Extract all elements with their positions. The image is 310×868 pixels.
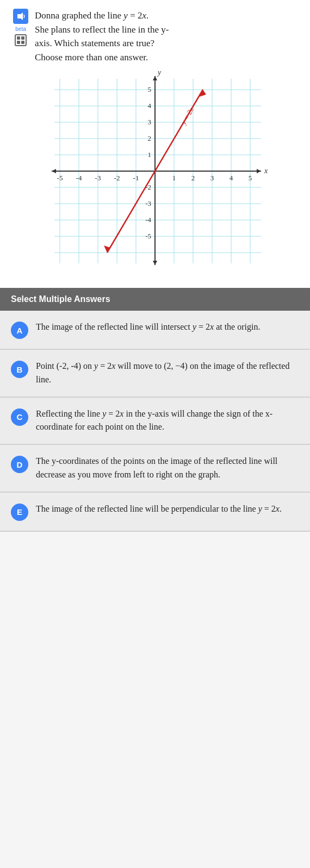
answer-item-b[interactable]: B Point (-2, -4) on y = 2x will move to … <box>0 350 310 398</box>
svg-text:y: y <box>157 71 162 77</box>
svg-text:-1: -1 <box>133 174 139 182</box>
svg-text:x: x <box>264 167 268 175</box>
svg-text:4: 4 <box>148 102 152 110</box>
answer-text-b: Point (-2, -4) on y = 2x will move to (2… <box>36 360 299 387</box>
answers-section: A The image of the reflected line will i… <box>0 311 310 532</box>
svg-text:4: 4 <box>230 174 233 182</box>
question-text: Donna graphed the line y = 2x. She plans… <box>35 9 299 64</box>
svg-text:-3: -3 <box>145 199 151 207</box>
answer-text-e: The image of the reflected line will be … <box>36 502 299 516</box>
svg-marker-25 <box>257 169 261 173</box>
svg-text:5: 5 <box>249 174 252 182</box>
answer-item-e[interactable]: E The image of the reflected line will b… <box>0 493 310 532</box>
svg-text:1: 1 <box>148 150 152 159</box>
coordinate-graph: x y -5 -4 -3 -2 -1 1 2 3 4 5 5 4 3 <box>38 71 272 272</box>
select-multiple-bar: Select Multiple Answers <box>0 288 310 311</box>
answer-item-a[interactable]: A The image of the reflected line will i… <box>0 311 310 350</box>
svg-marker-0 <box>17 12 23 20</box>
svg-text:3: 3 <box>148 118 152 126</box>
svg-text:-5: -5 <box>145 232 151 240</box>
svg-text:-3: -3 <box>95 174 101 182</box>
svg-text:3: 3 <box>210 174 214 182</box>
answer-item-c[interactable]: C Reflecting the line y = 2x in the y-ax… <box>0 398 310 445</box>
svg-text:-4: -4 <box>76 174 82 182</box>
svg-marker-26 <box>52 169 56 173</box>
svg-text:-2: -2 <box>114 174 120 182</box>
question-header: beta Donna graphed the line y = 2x. She … <box>11 9 299 64</box>
svg-text:-5: -5 <box>57 174 63 182</box>
svg-text:1: 1 <box>172 174 176 182</box>
answer-circle-a[interactable]: A <box>11 322 28 339</box>
svg-text:-4: -4 <box>145 216 151 224</box>
icons-column: beta <box>11 9 30 46</box>
svg-text:2: 2 <box>148 134 152 142</box>
select-bar-label: Select Multiple Answers <box>11 294 110 304</box>
graph-container: x y -5 -4 -3 -2 -1 1 2 3 4 5 5 4 3 <box>11 71 299 272</box>
answer-circle-b[interactable]: B <box>11 361 28 378</box>
svg-text:2: 2 <box>191 174 195 182</box>
answer-text-c: Reflecting the line y = 2x in the y-axis… <box>36 407 299 435</box>
answer-circle-c[interactable]: C <box>11 408 28 426</box>
answer-circle-d[interactable]: D <box>11 456 28 473</box>
grid-icon[interactable] <box>15 34 27 46</box>
svg-text:5: 5 <box>148 85 152 93</box>
beta-label: beta <box>15 26 26 32</box>
answer-circle-e[interactable]: E <box>11 504 28 521</box>
svg-marker-27 <box>153 76 157 80</box>
svg-marker-52 <box>104 246 110 253</box>
audio-icon[interactable] <box>13 9 28 24</box>
answer-item-d[interactable]: D The y-coordinates of the points on the… <box>0 445 310 493</box>
answer-text-d: The y-coordinates of the points on the i… <box>36 455 299 482</box>
answer-text-a: The image of the reflected line will int… <box>36 320 299 334</box>
top-section: beta Donna graphed the line y = 2x. She … <box>0 0 310 288</box>
svg-marker-28 <box>153 261 157 265</box>
